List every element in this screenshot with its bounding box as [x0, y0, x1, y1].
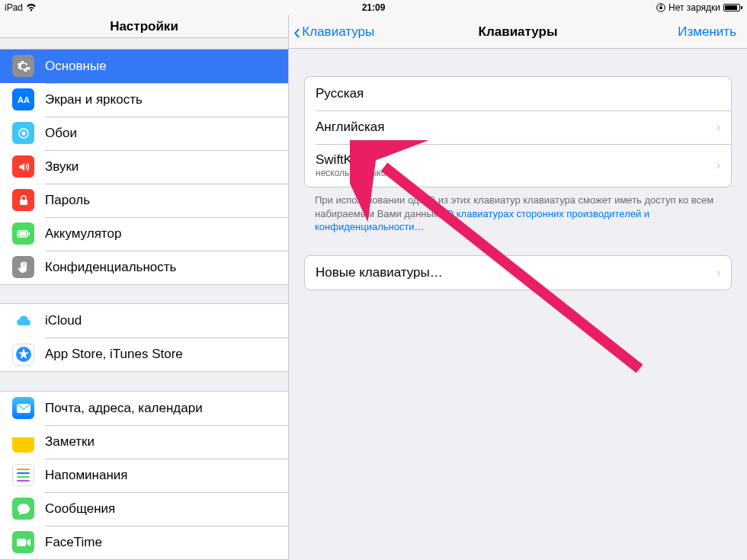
- sidebar-item-label: App Store, iTunes Store: [45, 347, 183, 362]
- chevron-right-icon: ›: [717, 120, 720, 134]
- hand-icon: [12, 256, 34, 278]
- detail-pane: ‹ Клавиатуры Клавиатуры Изменить Русская…: [289, 15, 747, 560]
- svg-rect-1: [659, 7, 662, 9]
- svg-text:AA: AA: [18, 95, 30, 104]
- sidebar-item-notes[interactable]: Заметки: [0, 425, 288, 459]
- sidebar-item-label: Напоминания: [45, 468, 128, 483]
- sidebar-item-passcode[interactable]: Пароль: [0, 184, 288, 217]
- sidebar-item-wallpaper[interactable]: Обои: [0, 117, 288, 150]
- svg-rect-8: [18, 232, 26, 235]
- edit-button[interactable]: Изменить: [678, 24, 747, 40]
- battery-status-text: Нет зарядки: [668, 2, 720, 13]
- back-button[interactable]: ‹ Клавиатуры: [289, 21, 374, 43]
- cloud-icon: [12, 310, 34, 332]
- sidebar-item-label: Экран и яркость: [45, 92, 143, 107]
- battery-app-icon: [12, 222, 34, 245]
- wifi-icon: [26, 4, 37, 11]
- sidebar-item-label: Аккумулятор: [45, 226, 121, 242]
- sidebar-item-label: Основные: [45, 59, 107, 74]
- sidebar-item-mail[interactable]: Почта, адреса, календари: [0, 392, 288, 425]
- rotation-lock-icon: [656, 3, 665, 12]
- sidebar-item-icloud[interactable]: iCloud: [0, 304, 288, 338]
- battery-icon: [723, 4, 742, 11]
- sidebar-item-label: Обои: [45, 126, 77, 141]
- sidebar-header: Настройки: [0, 15, 288, 38]
- sidebar-item-label: iCloud: [45, 313, 82, 328]
- sidebar-item-messages[interactable]: Сообщения: [0, 492, 288, 526]
- wallpaper-icon: [12, 122, 34, 144]
- add-keyboard-label: Новые клавиатуры…: [316, 265, 443, 280]
- keyboard-row-russian[interactable]: Русская: [305, 77, 731, 110]
- keyboard-sublabel: несколько языков: [316, 168, 391, 178]
- sidebar-group-device: Основные AA Экран и яркость Обои Звуки: [0, 49, 288, 285]
- messages-icon: [12, 498, 34, 520]
- sidebar-item-label: FaceTime: [45, 535, 102, 550]
- third-party-keyboards-note: При использовании одной из этих клавиату…: [304, 187, 732, 234]
- sidebar-group-accounts: iCloud App Store, iTunes Store: [0, 303, 288, 372]
- sidebar-item-privacy[interactable]: Конфиденциальность: [0, 251, 288, 284]
- keyboard-label: SwiftKey: [316, 152, 366, 168]
- add-keyboard-card: Новые клавиатуры… ›: [304, 255, 732, 290]
- sidebar-item-label: Пароль: [45, 193, 90, 208]
- svg-rect-11: [17, 539, 26, 546]
- sidebar-item-label: Почта, адреса, календари: [45, 401, 203, 416]
- detail-navbar: ‹ Клавиатуры Клавиатуры Изменить: [289, 15, 747, 49]
- settings-sidebar: Настройки Основные AA Экран и яркость О: [0, 15, 289, 560]
- appstore-icon: [12, 344, 34, 366]
- keyboard-row-swiftkey[interactable]: SwiftKey несколько языков ›: [305, 144, 731, 187]
- mail-icon: [12, 397, 34, 419]
- keyboard-label: Русская: [316, 86, 364, 101]
- svg-rect-7: [28, 232, 30, 235]
- notes-icon: [12, 430, 34, 453]
- chevron-left-icon: ‹: [293, 21, 300, 43]
- facetime-icon: [12, 531, 34, 553]
- gear-icon: [12, 55, 34, 77]
- reminders-icon: [12, 464, 34, 486]
- sidebar-item-reminders[interactable]: Напоминания: [0, 459, 288, 492]
- sidebar-group-apps: Почта, адреса, календари Заметки Напомин…: [0, 391, 288, 560]
- sidebar-item-label: Сообщения: [45, 501, 115, 517]
- sidebar-item-appstore[interactable]: App Store, iTunes Store: [0, 338, 288, 371]
- add-keyboard-row[interactable]: Новые клавиатуры… ›: [305, 256, 731, 290]
- chevron-right-icon: ›: [717, 266, 720, 280]
- lock-icon: [12, 189, 34, 211]
- svg-point-4: [21, 131, 25, 135]
- chevron-right-icon: ›: [717, 158, 720, 172]
- sidebar-item-sounds[interactable]: Звуки: [0, 150, 288, 184]
- back-label: Клавиатуры: [302, 24, 374, 40]
- display-icon: AA: [12, 88, 34, 110]
- keyboard-label: Английская: [316, 120, 384, 135]
- sidebar-item-general[interactable]: Основные: [0, 50, 288, 83]
- sidebar-title: Настройки: [110, 19, 178, 34]
- svg-rect-5: [20, 200, 27, 205]
- sidebar-item-display[interactable]: AA Экран и яркость: [0, 83, 288, 117]
- sidebar-item-facetime[interactable]: FaceTime: [0, 526, 288, 559]
- device-name: iPad: [5, 2, 23, 13]
- sounds-icon: [12, 155, 34, 178]
- keyboard-row-english[interactable]: Английская ›: [305, 110, 731, 144]
- sidebar-item-label: Звуки: [45, 159, 79, 174]
- sidebar-item-label: Конфиденциальность: [45, 260, 176, 275]
- clock: 21:09: [362, 2, 386, 13]
- page-title: Клавиатуры: [479, 24, 558, 40]
- sidebar-item-label: Заметки: [45, 434, 95, 450]
- status-bar: iPad 21:09 Нет зарядки: [0, 0, 747, 15]
- keyboards-list: Русская Английская › SwiftKey несколько …: [304, 76, 732, 187]
- sidebar-item-battery[interactable]: Аккумулятор: [0, 217, 288, 251]
